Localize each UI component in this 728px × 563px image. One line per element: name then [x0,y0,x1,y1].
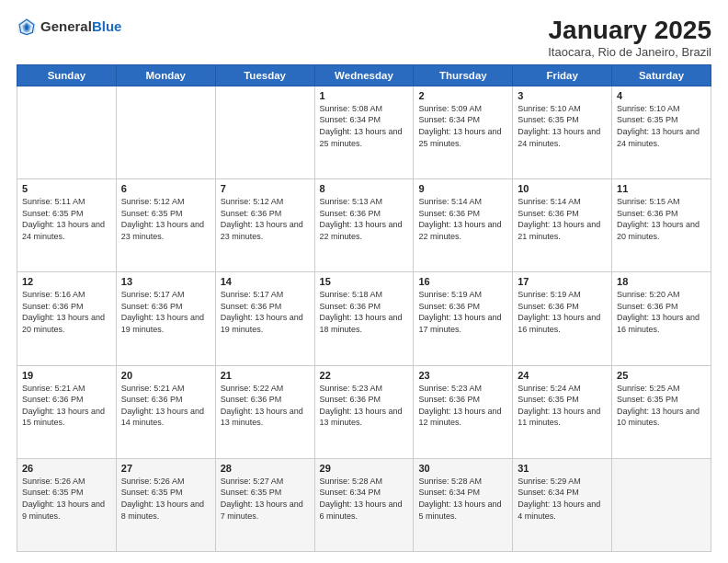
calendar-cell: 14Sunrise: 5:17 AMSunset: 6:36 PMDayligh… [215,272,314,365]
calendar-cell: 23Sunrise: 5:23 AMSunset: 6:36 PMDayligh… [414,365,513,458]
calendar-cell: 19Sunrise: 5:21 AMSunset: 6:36 PMDayligh… [17,365,117,458]
day-info: Sunrise: 5:09 AMSunset: 6:34 PMDaylight:… [418,103,507,149]
calendar-cell: 8Sunrise: 5:13 AMSunset: 6:36 PMDaylight… [314,179,414,272]
calendar-header: Sunday Monday Tuesday Wednesday Thursday… [17,64,711,86]
day-info: Sunrise: 5:22 AMSunset: 6:36 PMDaylight:… [221,383,310,429]
calendar-cell [612,458,711,551]
logo-blue: Blue [92,19,122,35]
day-info: Sunrise: 5:10 AMSunset: 6:35 PMDaylight:… [617,103,706,149]
header-saturday: Saturday [612,64,711,86]
logo-general: General [40,19,92,35]
day-number: 31 [518,463,607,474]
calendar-cell: 15Sunrise: 5:18 AMSunset: 6:36 PMDayligh… [314,272,414,365]
day-info: Sunrise: 5:21 AMSunset: 6:36 PMDaylight:… [22,383,111,429]
day-info: Sunrise: 5:10 AMSunset: 6:35 PMDaylight:… [518,103,607,149]
day-info: Sunrise: 5:29 AMSunset: 6:34 PMDaylight:… [518,476,607,522]
calendar-cell: 22Sunrise: 5:23 AMSunset: 6:36 PMDayligh… [314,365,414,458]
day-info: Sunrise: 5:12 AMSunset: 6:36 PMDaylight:… [221,196,310,242]
day-number: 20 [121,370,210,381]
calendar-cell: 16Sunrise: 5:19 AMSunset: 6:36 PMDayligh… [414,272,513,365]
calendar-week-row: 19Sunrise: 5:21 AMSunset: 6:36 PMDayligh… [17,365,711,458]
day-number: 11 [617,183,706,194]
calendar-body: 1Sunrise: 5:08 AMSunset: 6:34 PMDaylight… [17,86,711,551]
day-number: 2 [418,90,507,101]
calendar-cell: 9Sunrise: 5:14 AMSunset: 6:36 PMDaylight… [414,179,513,272]
day-number: 22 [320,370,409,381]
day-info: Sunrise: 5:16 AMSunset: 6:36 PMDaylight:… [22,289,111,335]
day-number: 27 [121,463,210,474]
calendar-cell [17,86,117,178]
calendar-cell: 2Sunrise: 5:09 AMSunset: 6:34 PMDaylight… [414,86,513,178]
day-number: 25 [617,370,706,381]
calendar-cell [116,86,215,178]
calendar-week-row: 1Sunrise: 5:08 AMSunset: 6:34 PMDaylight… [17,86,711,178]
calendar-cell: 27Sunrise: 5:26 AMSunset: 6:35 PMDayligh… [116,458,215,551]
calendar-page: General Blue January 2025 Itaocara, Rio … [0,0,728,563]
day-number: 10 [518,183,607,194]
day-info: Sunrise: 5:26 AMSunset: 6:35 PMDaylight:… [121,476,210,522]
calendar-cell: 26Sunrise: 5:26 AMSunset: 6:35 PMDayligh… [17,458,117,551]
day-number: 17 [518,276,607,287]
day-info: Sunrise: 5:14 AMSunset: 6:36 PMDaylight:… [518,196,607,242]
day-number: 9 [418,183,507,194]
day-info: Sunrise: 5:21 AMSunset: 6:36 PMDaylight:… [121,383,210,429]
calendar-cell: 11Sunrise: 5:15 AMSunset: 6:36 PMDayligh… [612,179,711,272]
logo-icon [17,17,37,37]
day-info: Sunrise: 5:19 AMSunset: 6:36 PMDaylight:… [518,289,607,335]
day-number: 8 [320,183,409,194]
day-info: Sunrise: 5:17 AMSunset: 6:36 PMDaylight:… [121,289,210,335]
header-thursday: Thursday [414,64,513,86]
calendar-cell: 5Sunrise: 5:11 AMSunset: 6:35 PMDaylight… [17,179,117,272]
calendar-cell: 28Sunrise: 5:27 AMSunset: 6:35 PMDayligh… [215,458,314,551]
calendar-cell: 12Sunrise: 5:16 AMSunset: 6:36 PMDayligh… [17,272,117,365]
day-number: 24 [518,370,607,381]
weekday-header-row: Sunday Monday Tuesday Wednesday Thursday… [17,64,711,86]
day-info: Sunrise: 5:12 AMSunset: 6:35 PMDaylight:… [121,196,210,242]
day-number: 1 [320,90,409,101]
day-info: Sunrise: 5:26 AMSunset: 6:35 PMDaylight:… [22,476,111,522]
calendar-week-row: 5Sunrise: 5:11 AMSunset: 6:35 PMDaylight… [17,179,711,272]
day-info: Sunrise: 5:11 AMSunset: 6:35 PMDaylight:… [22,196,111,242]
day-info: Sunrise: 5:18 AMSunset: 6:36 PMDaylight:… [320,289,409,335]
header-wednesday: Wednesday [314,64,414,86]
calendar-cell: 13Sunrise: 5:17 AMSunset: 6:36 PMDayligh… [116,272,215,365]
day-number: 13 [121,276,210,287]
calendar-cell: 3Sunrise: 5:10 AMSunset: 6:35 PMDaylight… [513,86,612,178]
day-number: 3 [518,90,607,101]
logo: General Blue [17,17,121,37]
day-number: 16 [418,276,507,287]
day-number: 21 [221,370,310,381]
calendar-subtitle: Itaocara, Rio de Janeiro, Brazil [548,45,711,59]
day-info: Sunrise: 5:14 AMSunset: 6:36 PMDaylight:… [418,196,507,242]
calendar-title: January 2025 [548,17,711,45]
day-number: 29 [320,463,409,474]
day-number: 19 [22,370,111,381]
day-number: 12 [22,276,111,287]
day-number: 6 [121,183,210,194]
day-number: 15 [320,276,409,287]
day-number: 18 [617,276,706,287]
calendar-cell: 20Sunrise: 5:21 AMSunset: 6:36 PMDayligh… [116,365,215,458]
day-number: 14 [221,276,310,287]
day-number: 23 [418,370,507,381]
day-number: 28 [221,463,310,474]
day-info: Sunrise: 5:23 AMSunset: 6:36 PMDaylight:… [320,383,409,429]
logo-text: General Blue [40,19,121,35]
calendar-cell: 4Sunrise: 5:10 AMSunset: 6:35 PMDaylight… [612,86,711,178]
calendar-cell: 17Sunrise: 5:19 AMSunset: 6:36 PMDayligh… [513,272,612,365]
day-info: Sunrise: 5:28 AMSunset: 6:34 PMDaylight:… [418,476,507,522]
calendar-table: Sunday Monday Tuesday Wednesday Thursday… [17,64,711,552]
calendar-week-row: 12Sunrise: 5:16 AMSunset: 6:36 PMDayligh… [17,272,711,365]
header-friday: Friday [513,64,612,86]
calendar-cell: 25Sunrise: 5:25 AMSunset: 6:35 PMDayligh… [612,365,711,458]
calendar-cell: 31Sunrise: 5:29 AMSunset: 6:34 PMDayligh… [513,458,612,551]
day-info: Sunrise: 5:20 AMSunset: 6:36 PMDaylight:… [617,289,706,335]
calendar-cell: 18Sunrise: 5:20 AMSunset: 6:36 PMDayligh… [612,272,711,365]
header: General Blue January 2025 Itaocara, Rio … [17,17,711,59]
day-info: Sunrise: 5:25 AMSunset: 6:35 PMDaylight:… [617,383,706,429]
day-info: Sunrise: 5:27 AMSunset: 6:35 PMDaylight:… [221,476,310,522]
day-info: Sunrise: 5:15 AMSunset: 6:36 PMDaylight:… [617,196,706,242]
calendar-cell: 7Sunrise: 5:12 AMSunset: 6:36 PMDaylight… [215,179,314,272]
day-info: Sunrise: 5:28 AMSunset: 6:34 PMDaylight:… [320,476,409,522]
day-number: 26 [22,463,111,474]
